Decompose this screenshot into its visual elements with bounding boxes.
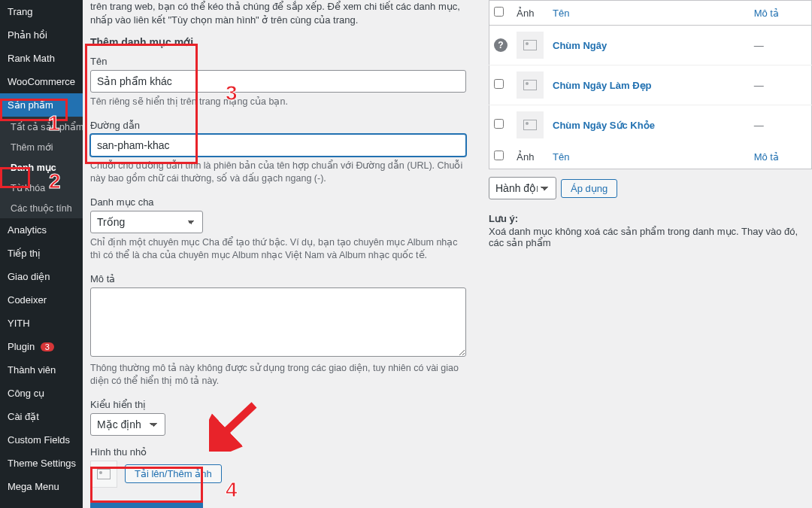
select-all-footer-checkbox[interactable] [494, 151, 504, 160]
select-all-checkbox[interactable] [494, 7, 504, 17]
row-thumbnail [517, 71, 544, 99]
category-desc: — [750, 26, 812, 65]
sidebar-item-woocommerce[interactable]: WooCommerce [0, 70, 83, 93]
submit-button[interactable]: Thêm danh mục mới [90, 501, 203, 508]
sidebar-item-comments[interactable]: Phản hồi [0, 23, 83, 47]
image-icon [523, 120, 537, 130]
add-category-form: trên trang web, bạn có thể kéo thả chúng… [90, 0, 481, 508]
admin-sidebar: Trang Phản hồi Rank Math WooCommerce Sản… [0, 0, 83, 508]
desc-label: Mô tả [90, 273, 466, 284]
category-name-link[interactable]: Chùm Ngây Sức Khỏe [553, 120, 655, 131]
sidebar-item-rankmath[interactable]: Rank Math [0, 47, 83, 70]
sidebar-item-users[interactable]: Thành viên [0, 358, 83, 382]
note-block: Lưu ý: Xoá danh mục không xoá các sản ph… [489, 213, 812, 248]
col-desc[interactable]: Mô tả [750, 1, 812, 26]
sidebar-item-customfields[interactable]: Custom Fields [0, 428, 83, 452]
sidebar-sub-categories[interactable]: Danh mục [0, 157, 83, 178]
note-body: Xoá danh mục không xoá các sản phẩm tron… [489, 226, 812, 248]
table-row: Chùm Ngây Sức Khỏe — [489, 105, 812, 145]
slug-hint: Chuỗi cho đường dẫn tĩnh là phiên bản củ… [90, 160, 466, 186]
thumbnail-placeholder [90, 461, 117, 488]
category-desc: — [750, 105, 812, 145]
sidebar-sub-attributes[interactable]: Các thuộc tính [0, 198, 83, 218]
image-icon [523, 40, 537, 50]
name-label: Tên [90, 56, 466, 67]
display-label: Kiểu hiển thị [90, 399, 466, 410]
row-checkbox[interactable] [494, 79, 504, 89]
thumb-label: Hình thu nhỏ [90, 446, 466, 458]
plugins-update-badge: 3 [41, 342, 54, 351]
sidebar-sub-add-new[interactable]: Thêm mới [0, 137, 83, 157]
row-checkbox[interactable] [494, 119, 504, 129]
intro-text: trên trang web, bạn có thể kéo thả chúng… [90, 0, 466, 27]
sidebar-submenu-products: Tất cả sản phẩm Thêm mới Danh mục Từ khó… [0, 117, 83, 218]
col-name[interactable]: Tên [548, 1, 750, 26]
help-icon[interactable]: ? [494, 38, 508, 52]
table-row: Chùm Ngây Làm Đẹp — [489, 65, 812, 105]
category-desc: — [750, 65, 812, 105]
desc-textarea[interactable] [90, 287, 466, 357]
desc-hint: Thông thường mô tả này không được sử dụn… [90, 362, 466, 388]
sidebar-item-marketing[interactable]: Tiếp thị [0, 242, 83, 265]
sidebar-item-tools[interactable]: Công cụ [0, 382, 83, 405]
slug-label: Đường dẫn [90, 120, 466, 131]
name-hint: Tên riêng sẽ hiển thị trên trang mạng củ… [90, 96, 466, 109]
slug-input[interactable] [90, 134, 466, 157]
col-image-footer[interactable]: Ảnh [512, 144, 548, 169]
sidebar-item-themesettings[interactable]: Theme Settings [0, 452, 83, 475]
row-thumbnail [517, 32, 544, 59]
sidebar-item-settings[interactable]: Cài đặt [0, 405, 83, 428]
bulk-apply-button[interactable]: Áp dụng [561, 179, 617, 198]
display-select[interactable]: Mặc định [90, 413, 165, 436]
name-input[interactable] [90, 70, 466, 93]
upload-image-button[interactable]: Tải lên/Thêm ảnh [125, 464, 222, 483]
section-title: Thêm danh mục mới [90, 36, 466, 48]
row-thumbnail [517, 111, 544, 138]
sidebar-item-megamenu[interactable]: Mega Menu [0, 475, 83, 498]
parent-hint: Chỉ định một chuyên mục Cha để tạo thứ b… [90, 236, 466, 263]
image-icon [523, 80, 537, 90]
bulk-action-select[interactable]: Hành động [489, 177, 556, 199]
sidebar-item-codeixer[interactable]: Codeixer [0, 288, 83, 312]
main-content: trên trang web, bạn có thể kéo thả chúng… [83, 0, 812, 508]
sidebar-plugins-label: Plugin [8, 341, 35, 352]
sidebar-item-yith[interactable]: YITH [0, 312, 83, 335]
category-list: Ảnh Tên Mô tả ? Chùm Ngây — [481, 0, 812, 508]
sidebar-item-pages[interactable]: Trang [0, 0, 83, 23]
category-name-link[interactable]: Chùm Ngây Làm Đẹp [553, 80, 652, 91]
table-row: ? Chùm Ngây — [489, 26, 812, 65]
sidebar-sub-tags[interactable]: Từ khóa [0, 178, 83, 198]
sidebar-item-appearance[interactable]: Giao diện [0, 265, 83, 288]
category-name-link[interactable]: Chùm Ngây [553, 40, 607, 51]
note-title: Lưu ý: [489, 213, 812, 224]
col-image[interactable]: Ảnh [512, 1, 548, 26]
col-desc-footer[interactable]: Mô tả [750, 144, 812, 169]
parent-label: Danh mục cha [90, 196, 466, 208]
sidebar-sub-all-products[interactable]: Tất cả sản phẩm [0, 117, 83, 137]
parent-select[interactable]: Trống [90, 211, 203, 233]
sidebar-item-products[interactable]: Sản phẩm [0, 93, 83, 117]
sidebar-item-plugins[interactable]: Plugin 3 [0, 335, 83, 358]
sidebar-item-analytics[interactable]: Analytics [0, 218, 83, 242]
category-table: Ảnh Tên Mô tả ? Chùm Ngây — [489, 0, 812, 169]
image-icon [97, 469, 111, 479]
col-name-footer[interactable]: Tên [548, 144, 750, 169]
